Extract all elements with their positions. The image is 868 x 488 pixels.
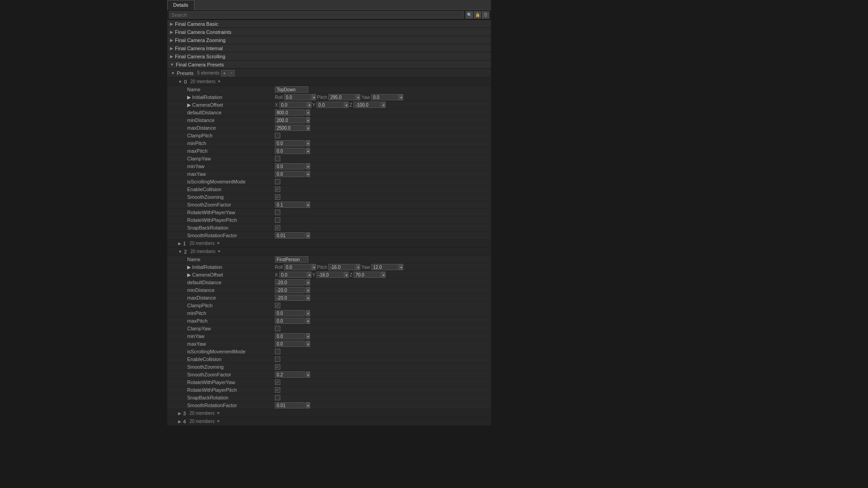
lock-icon-btn[interactable]: 🔒 — [474, 11, 481, 19]
preset-0-smoothzoomfactor-input[interactable] — [275, 202, 305, 208]
preset-3-header[interactable]: ▶ 3 20 members ▼ — [167, 409, 491, 418]
preset-0-smoothrotation-input[interactable] — [275, 232, 305, 239]
section-final-camera-constraints[interactable]: ▶ Final Camera Constraints — [167, 28, 491, 36]
preset-2-z-spin[interactable]: ◂ — [381, 272, 386, 278]
preset-2-y-spin[interactable]: ◂ — [344, 272, 349, 278]
preset-0-maxyaw-input[interactable] — [275, 171, 305, 177]
preset-2-defaultdistance-spin[interactable]: ◂ — [306, 279, 310, 286]
preset-2-smoothzoomfactor-input[interactable] — [275, 371, 305, 378]
preset-0-minpitch-spin[interactable]: ◂ — [306, 140, 310, 146]
preset-0-minpitch-label: minPitch — [171, 141, 275, 146]
preset-2-pitch-input[interactable] — [328, 264, 355, 270]
preset-1-header[interactable]: ▶ 1 20 members ▼ — [167, 239, 491, 248]
preset-2-x-input[interactable] — [279, 272, 307, 278]
preset-2-minpitch-spin[interactable]: ◂ — [306, 310, 310, 316]
preset-2-maxyaw-spin[interactable]: ◂ — [306, 341, 310, 347]
preset-2-rotatepitch-checkbox[interactable] — [275, 387, 280, 393]
preset-2-yaw-spin[interactable]: ◂ — [399, 264, 403, 270]
preset-0-rotateyaw-checkbox[interactable] — [275, 210, 280, 215]
preset-2-minyaw-spin[interactable]: ◂ — [306, 333, 310, 339]
preset-2-maxdistance-input[interactable] — [275, 295, 305, 301]
preset-0-smoothrotation-spin[interactable]: ◂ — [306, 232, 310, 239]
preset-0-isscrolling-checkbox[interactable] — [275, 179, 280, 184]
delete-preset-button[interactable]: − — [228, 70, 235, 76]
preset-2-maxpitch-spin[interactable]: ◂ — [306, 318, 310, 324]
preset-0-x-input[interactable] — [279, 102, 307, 108]
preset-0-y-input[interactable] — [316, 102, 344, 108]
preset-2-mindistance-input[interactable] — [275, 287, 305, 293]
details-tab[interactable]: Details — [167, 0, 194, 10]
preset-0-mindistance-spin[interactable]: ◂ — [306, 117, 310, 123]
preset-2-maxpitch-input[interactable] — [275, 318, 305, 324]
section-final-camera-zooming[interactable]: ▶ Final Camera Zooming — [167, 36, 491, 44]
preset-2-minpitch-input[interactable] — [275, 310, 305, 316]
preset-0-z-input[interactable] — [354, 102, 381, 108]
section-final-camera-presets[interactable]: ▼ Final Camera Presets — [167, 61, 491, 69]
preset-2-x-spin[interactable]: ◂ — [307, 272, 311, 278]
preset-2-rotateyaw-checkbox[interactable] — [275, 380, 280, 385]
preset-0-maxdistance-spin[interactable]: ◂ — [306, 125, 310, 131]
preset-0-clamppitch-checkbox[interactable] — [275, 133, 280, 138]
preset-0-maxyaw-spin[interactable]: ◂ — [306, 171, 310, 177]
preset-2-y-input[interactable] — [316, 272, 344, 278]
preset-0-maxdistance-input[interactable] — [275, 125, 305, 131]
preset-2-minyaw-input[interactable] — [275, 333, 305, 339]
preset-2-smoothzooming-checkbox[interactable] — [275, 364, 280, 370]
preset-4-header[interactable]: ▶ 4 20 members ▼ — [167, 418, 491, 426]
preset-0-initialrotation-value: Roll ◂ Pitch ◂ Yaw ◂ — [275, 94, 491, 100]
preset-2-smoothrotation-input[interactable] — [275, 402, 305, 408]
preset-2-isscrolling-checkbox[interactable] — [275, 349, 280, 354]
preset-2-enablecollision-checkbox[interactable] — [275, 357, 280, 362]
preset-0-maxpitch-spin[interactable]: ◂ — [306, 148, 310, 154]
preset-0-minyaw-spin[interactable]: ◂ — [306, 163, 310, 169]
preset-0-smoothzooming-checkbox[interactable] — [275, 194, 280, 200]
preset-2-maxdistance-spin[interactable]: ◂ — [306, 295, 310, 301]
preset-0-clampyaw-checkbox[interactable] — [275, 156, 280, 161]
preset-0-pitch-spin[interactable]: ◂ — [356, 94, 360, 100]
preset-2-roll-input[interactable] — [284, 264, 311, 270]
preset-0-defaultdistance-spin[interactable]: ◂ — [306, 109, 310, 116]
preset-0-smoothzoomfactor-spin[interactable]: ◂ — [306, 202, 310, 208]
section-final-camera-basic[interactable]: ▶ Final Camera Basic — [167, 20, 491, 28]
preset-0-minyaw-input[interactable] — [275, 163, 305, 169]
preset-0-defaultdistance-input[interactable] — [275, 109, 305, 116]
preset-2-maxyaw-input[interactable] — [275, 341, 305, 347]
preset-4-arrow: ▶ — [171, 419, 181, 424]
preset-0-header[interactable]: ▼ 0 20 members ▼ — [167, 78, 491, 86]
section-final-camera-scrolling[interactable]: ▶ Final Camera Scrolling — [167, 52, 491, 61]
preset-2-pitch-spin[interactable]: ◂ — [356, 264, 360, 270]
preset-0-x-spin[interactable]: ◂ — [307, 102, 311, 108]
preset-0-roll-spin[interactable]: ◂ — [311, 94, 316, 100]
search-input[interactable] — [169, 11, 464, 19]
preset-0-y-spin[interactable]: ◂ — [344, 102, 349, 108]
search-icon-btn[interactable]: 🔍 — [466, 11, 473, 19]
menu-icon-btn[interactable]: ☰ — [482, 11, 489, 19]
preset-0-rotatepitch-checkbox[interactable] — [275, 217, 280, 223]
preset-2-yaw-input[interactable] — [371, 264, 398, 270]
preset-2-roll-spin[interactable]: ◂ — [311, 264, 316, 270]
preset-0-minpitch-input[interactable] — [275, 140, 305, 146]
preset-2-clampyaw-checkbox[interactable] — [275, 326, 280, 331]
preset-2-name-input[interactable] — [275, 256, 308, 263]
preset-0-mindistance-input[interactable] — [275, 117, 305, 123]
preset-2-header[interactable]: ▼ 2 20 members ▼ — [167, 248, 491, 256]
preset-2-snapback-checkbox[interactable] — [275, 395, 280, 400]
preset-0-enablecollision-checkbox[interactable] — [275, 187, 280, 192]
preset-2-clamppitch-checkbox[interactable] — [275, 303, 280, 308]
preset-2-smoothzoomfactor-spin[interactable]: ◂ — [306, 371, 310, 378]
preset-0-maxpitch-input[interactable] — [275, 148, 305, 154]
preset-2-mindistance-spin[interactable]: ◂ — [306, 287, 310, 293]
preset-2-defaultdistance-input[interactable] — [275, 279, 305, 286]
preset-0-yaw-input[interactable] — [371, 94, 398, 100]
preset-0-name-input[interactable] — [275, 86, 308, 93]
add-preset-button[interactable]: + — [221, 70, 227, 76]
preset-0-yaw-spin[interactable]: ◂ — [399, 94, 403, 100]
preset-2-smoothrotation-spin[interactable]: ◂ — [306, 402, 310, 408]
preset-0-pitch-input[interactable] — [328, 94, 355, 100]
preset-0-roll-input[interactable] — [284, 94, 311, 100]
preset-0-z-spin[interactable]: ◂ — [381, 102, 386, 108]
preset-2-z-input[interactable] — [354, 272, 381, 278]
section-final-camera-internal[interactable]: ▶ Final Camera Internal — [167, 44, 491, 52]
preset-0-snapback-checkbox[interactable] — [275, 225, 280, 230]
preset-0-rotateyaw-label: RotateWithPlayerYaw — [171, 210, 275, 215]
